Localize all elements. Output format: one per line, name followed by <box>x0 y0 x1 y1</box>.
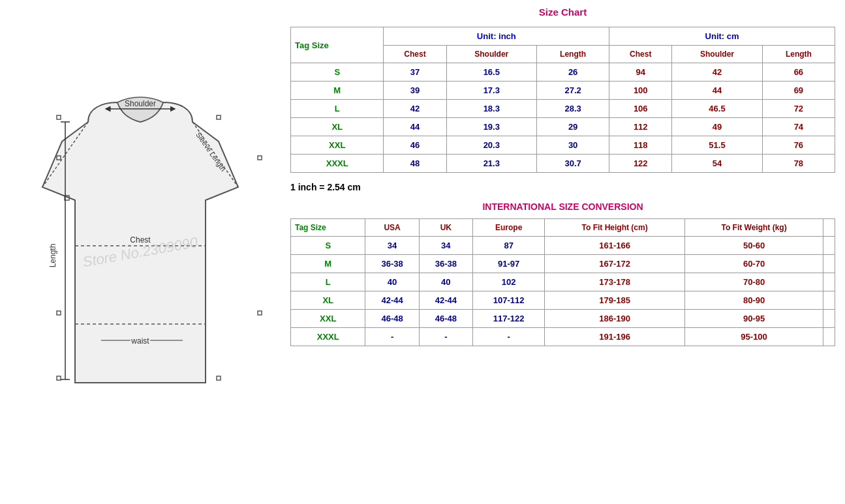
cm-chest-cell: 122 <box>609 155 672 173</box>
intl-usa-cell: 36-38 <box>365 255 419 273</box>
intl-extra-cell <box>823 291 835 310</box>
inch-shoulder-cell: 20.3 <box>446 136 536 155</box>
cm-length-cell: 74 <box>762 118 835 136</box>
cm-shoulder-cell: 44 <box>672 82 762 100</box>
intl-tag-cell: M <box>291 255 365 273</box>
inch-chest-cell: 46 <box>384 136 446 155</box>
inch-chest-cell: 37 <box>384 63 446 82</box>
intl-row: S 34 34 87 161-166 50-60 <box>291 237 835 255</box>
intl-weight-header: To Fit Weight (kg) <box>684 219 823 237</box>
inch-shoulder-cell: 18.3 <box>446 100 536 118</box>
intl-weight-cell: 60-70 <box>684 255 823 273</box>
cm-chest-cell: 112 <box>609 118 672 136</box>
cm-shoulder-cell: 46.5 <box>672 100 762 118</box>
tag-size-cell: XXL <box>291 136 384 155</box>
intl-usa-header: USA <box>365 219 419 237</box>
inch-length-cell: 29 <box>537 118 609 136</box>
intl-uk-cell: 34 <box>419 237 472 255</box>
cm-length-header: Length <box>762 46 835 63</box>
intl-uk-cell: 36-38 <box>419 255 472 273</box>
size-chart-row: XL 44 19.3 29 112 49 74 <box>291 118 835 136</box>
intl-height-cell: 179-185 <box>545 291 684 310</box>
cm-shoulder-header: Shoulder <box>672 46 762 63</box>
size-chart-title: Size Chart <box>290 7 835 18</box>
svg-rect-9 <box>258 311 262 315</box>
svg-rect-7 <box>258 156 262 160</box>
svg-rect-12 <box>57 376 61 380</box>
unit-cm-header: Unit: cm <box>609 27 835 46</box>
intl-europe-cell: 102 <box>472 273 544 291</box>
cm-length-cell: 76 <box>762 136 835 155</box>
intl-uk-cell: 42-44 <box>419 291 472 310</box>
inch-length-cell: 26 <box>537 63 609 82</box>
inch-chest-cell: 44 <box>384 118 446 136</box>
cm-chest-cell: 118 <box>609 136 672 155</box>
svg-rect-13 <box>217 376 221 380</box>
cm-shoulder-cell: 42 <box>672 63 762 82</box>
svg-text:waist: waist <box>131 336 149 346</box>
intl-extra-cell <box>823 273 835 291</box>
intl-weight-cell: 90-95 <box>684 310 823 328</box>
intl-conversion-title: INTERNATIONAL SIZE CONVERSION <box>290 201 835 212</box>
inch-length-cell: 30.7 <box>537 155 609 173</box>
cm-chest-header: Chest <box>609 46 672 63</box>
inch-shoulder-cell: 21.3 <box>446 155 536 173</box>
intl-tag-cell: L <box>291 273 365 291</box>
intl-height-cell: 167-172 <box>545 255 684 273</box>
inch-chest-cell: 39 <box>384 82 446 100</box>
tshirt-diagram-panel: Shoulder Length Chest waist Sleeve Lengt… <box>0 0 281 504</box>
intl-header-row: Tag Size USA UK Europe To Fit Height (cm… <box>291 219 835 237</box>
cm-length-cell: 69 <box>762 82 835 100</box>
intl-usa-cell: 42-44 <box>365 291 419 310</box>
intl-usa-cell: - <box>365 328 419 346</box>
inch-chest-cell: 48 <box>384 155 446 173</box>
intl-europe-cell: 91-97 <box>472 255 544 273</box>
intl-usa-cell: 40 <box>365 273 419 291</box>
cm-chest-cell: 106 <box>609 100 672 118</box>
intl-row: XXL 46-48 46-48 117-122 186-190 90-95 <box>291 310 835 328</box>
cm-chest-cell: 100 <box>609 82 672 100</box>
inch-length-header: Length <box>537 46 609 63</box>
size-chart-row: S 37 16.5 26 94 42 66 <box>291 63 835 82</box>
intl-extra-cell <box>823 237 835 255</box>
svg-rect-10 <box>57 115 61 119</box>
intl-row: M 36-38 36-38 91-97 167-172 60-70 <box>291 255 835 273</box>
cm-chest-cell: 94 <box>609 63 672 82</box>
intl-extra-cell <box>823 310 835 328</box>
intl-uk-header: UK <box>419 219 472 237</box>
inch-shoulder-cell: 16.5 <box>446 63 536 82</box>
intl-height-cell: 161-166 <box>545 237 684 255</box>
intl-tag-header: Tag Size <box>291 219 365 237</box>
intl-height-cell: 186-190 <box>545 310 684 328</box>
size-chart-table: Tag Size Unit: inch Unit: cm Chest Shoul… <box>290 27 835 173</box>
inch-shoulder-header: Shoulder <box>446 46 536 63</box>
intl-height-cell: 191-196 <box>545 328 684 346</box>
intl-height-cell: 173-178 <box>545 273 684 291</box>
intl-usa-cell: 34 <box>365 237 419 255</box>
cm-length-cell: 72 <box>762 100 835 118</box>
svg-text:Length: Length <box>48 243 57 267</box>
right-panel: Size Chart Tag Size Unit: inch Unit: cm … <box>281 0 845 504</box>
intl-uk-cell: - <box>419 328 472 346</box>
tshirt-container: Shoulder Length Chest waist Sleeve Lengt… <box>16 70 264 435</box>
svg-rect-11 <box>217 115 221 119</box>
unit-inch-header: Unit: inch <box>384 27 609 46</box>
size-chart-row: XXXL 48 21.3 30.7 122 54 78 <box>291 155 835 173</box>
cm-length-cell: 66 <box>762 63 835 82</box>
inch-length-cell: 28.3 <box>537 100 609 118</box>
intl-height-header: To Fit Height (cm) <box>545 219 684 237</box>
size-chart-row: M 39 17.3 27.2 100 44 69 <box>291 82 835 100</box>
intl-weight-cell: 50-60 <box>684 237 823 255</box>
intl-europe-cell: 117-122 <box>472 310 544 328</box>
intl-tag-cell: XXL <box>291 310 365 328</box>
intl-conversion-table: Tag Size USA UK Europe To Fit Height (cm… <box>290 218 835 346</box>
intl-extra-header <box>823 219 835 237</box>
inch-length-cell: 27.2 <box>537 82 609 100</box>
intl-uk-cell: 46-48 <box>419 310 472 328</box>
cm-length-cell: 78 <box>762 155 835 173</box>
size-chart-row: XXL 46 20.3 30 118 51.5 76 <box>291 136 835 155</box>
intl-extra-cell <box>823 255 835 273</box>
tag-size-header: Tag Size <box>291 27 384 63</box>
tag-size-cell: L <box>291 100 384 118</box>
inch-shoulder-cell: 19.3 <box>446 118 536 136</box>
